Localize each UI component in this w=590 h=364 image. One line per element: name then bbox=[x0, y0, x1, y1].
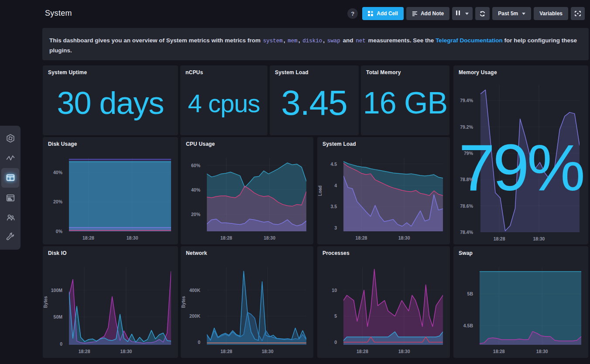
y-tick-label: 0 bbox=[60, 341, 62, 347]
pause-icon bbox=[456, 10, 461, 17]
y-tick-label: 40% bbox=[191, 187, 200, 192]
pulse-graph-icon bbox=[6, 153, 15, 163]
x-axis-ticks: 18:2818:30 bbox=[343, 349, 443, 354]
variables-button[interactable]: Variables bbox=[534, 7, 568, 20]
chevron-down-icon bbox=[465, 13, 469, 15]
sidebar-item-influxdb-logo[interactable] bbox=[0, 128, 21, 148]
add-cell-button[interactable]: Add Cell bbox=[362, 7, 404, 20]
nav-sidebar bbox=[0, 126, 21, 250]
y-tick-label: 10 bbox=[332, 288, 337, 293]
x-tick-label: 18:28 bbox=[82, 235, 94, 240]
influxdb-logo-icon bbox=[6, 134, 15, 143]
note-segment: diskio bbox=[302, 38, 323, 44]
page-title: System bbox=[45, 9, 72, 18]
cell-network: Network Bytes 400K200K0 18:2818:30 bbox=[181, 246, 313, 358]
users-icon bbox=[6, 213, 15, 222]
x-tick-label: 18:28 bbox=[220, 349, 232, 354]
refresh-button[interactable] bbox=[475, 7, 490, 20]
y-axis-ticks: 400K200K0 bbox=[181, 267, 203, 345]
cell-title: nCPUs bbox=[185, 69, 203, 76]
note-segment: system bbox=[262, 38, 284, 44]
cell-title: Disk IO bbox=[48, 250, 67, 256]
add-cell-icon bbox=[368, 11, 374, 17]
dashboard-note: This dashboard gives you an overview of … bbox=[42, 28, 589, 60]
y-tick-label: 60% bbox=[191, 163, 200, 168]
x-tick-label: 18:30 bbox=[533, 236, 545, 241]
x-axis-ticks: 18:2818:30 bbox=[207, 235, 306, 241]
cell-processes: Processes 1050 18:2818:30 bbox=[317, 246, 450, 358]
swap-chart[interactable] bbox=[480, 267, 581, 345]
presentation-mode-button[interactable] bbox=[571, 7, 585, 20]
y-tick-label: 4.5 bbox=[330, 161, 337, 167]
help-button[interactable]: ? bbox=[347, 8, 358, 19]
cell-title: Memory Usage bbox=[459, 69, 497, 76]
cell-disk-io: Disk IO Bytes 100M50M0 18:2818:30 bbox=[43, 246, 178, 358]
disk-usage-chart[interactable] bbox=[69, 158, 171, 231]
x-axis-ticks: 18:2818:30 bbox=[69, 235, 171, 241]
y-axis-ticks: 40%20%0% bbox=[43, 158, 65, 231]
sidebar-item-organization[interactable] bbox=[0, 207, 21, 227]
y-tick-label: 20% bbox=[191, 212, 200, 217]
x-tick-label: 18:28 bbox=[494, 236, 505, 241]
cell-title: System Load bbox=[322, 141, 356, 147]
sidebar-item-tasks[interactable] bbox=[0, 188, 21, 207]
pause-refresh-dropdown[interactable] bbox=[452, 7, 473, 20]
y-tick-label: 5B bbox=[467, 291, 473, 296]
x-tick-label: 18:30 bbox=[536, 349, 548, 354]
network-chart[interactable] bbox=[207, 267, 306, 345]
cell-cpu-usage: CPU Usage 60%40%20% 18:2818:30 bbox=[181, 137, 313, 244]
x-tick-label: 18:30 bbox=[398, 349, 410, 354]
cell-swap: Swap 5B4.5B 18:2818:30 bbox=[453, 246, 588, 358]
y-axis-ticks: 5B4.5B bbox=[453, 267, 476, 345]
x-axis-ticks: 18:2818:30 bbox=[480, 349, 581, 354]
system-load-chart[interactable] bbox=[343, 158, 443, 231]
y-tick-label: 78.8% bbox=[460, 177, 473, 182]
y-axis-ticks: 60%40%20% bbox=[181, 158, 203, 231]
y-tick-label: 4 bbox=[334, 183, 337, 188]
x-tick-label: 18:28 bbox=[79, 349, 90, 354]
processes-chart[interactable] bbox=[343, 267, 443, 345]
y-tick-label: 50M bbox=[54, 314, 62, 319]
note-segment: mem bbox=[287, 38, 298, 44]
time-range-dropdown[interactable]: Past 5m bbox=[492, 7, 531, 20]
y-tick-label: 79.2% bbox=[460, 124, 473, 130]
y-axis-ticks: 100M50M0 bbox=[43, 267, 65, 345]
cell-memory-usage: Memory Usage 79% 79.4%79.2%79%78.8%78.6%… bbox=[453, 65, 588, 244]
chevron-down-icon bbox=[522, 13, 525, 15]
cell-title: Swap bbox=[459, 250, 473, 256]
y-tick-label: 79% bbox=[464, 151, 473, 156]
y-tick-label: 40% bbox=[53, 170, 62, 175]
cell-title: Total Memory bbox=[366, 69, 401, 76]
y-tick-label: 5 bbox=[334, 313, 337, 319]
y-tick-label: 20% bbox=[53, 199, 62, 204]
cpu-usage-chart[interactable] bbox=[207, 158, 306, 231]
cell-disk-usage: Disk Usage 40%20%0% 18:2818:30 bbox=[43, 137, 178, 244]
y-tick-label: 0 bbox=[334, 340, 337, 345]
fullscreen-icon bbox=[575, 11, 581, 16]
x-tick-label: 18:30 bbox=[120, 349, 132, 354]
sidebar-item-data-explorer[interactable] bbox=[0, 148, 21, 168]
note-text: This dashboard gives you an overview of … bbox=[49, 37, 577, 54]
y-tick-label: 0 bbox=[198, 340, 200, 345]
y-tick-label: 78.6% bbox=[460, 203, 473, 209]
x-axis-ticks: 18:2818:30 bbox=[343, 235, 443, 241]
y-tick-label: 78.4% bbox=[460, 230, 473, 235]
add-note-button[interactable]: Add Note bbox=[406, 7, 449, 20]
help-icon: ? bbox=[351, 10, 354, 17]
sidebar-item-dashboards[interactable] bbox=[1, 168, 19, 188]
cell-system-load-stat: System Load 3.45 bbox=[270, 65, 359, 135]
x-axis-ticks: 18:2818:30 bbox=[207, 349, 306, 354]
cell-title: Processes bbox=[322, 250, 350, 256]
cell-system-load-chart: System Load Load 4.543.53 18:2818:30 bbox=[317, 137, 450, 244]
telegraf-docs-link[interactable]: Telegraf Documentation bbox=[436, 37, 503, 44]
y-tick-label: 4.5B bbox=[463, 323, 473, 328]
x-tick-label: 18:30 bbox=[262, 349, 274, 354]
cell-title: CPU Usage bbox=[186, 141, 215, 147]
disk-io-chart[interactable] bbox=[69, 267, 171, 345]
note-segment: measurements. See the bbox=[367, 37, 436, 44]
cell-ncpus: nCPUs 4 cpus bbox=[180, 65, 268, 135]
uptime-value: 30 days bbox=[43, 85, 178, 121]
x-tick-label: 18:30 bbox=[398, 235, 410, 240]
add-note-icon bbox=[412, 11, 418, 16]
sidebar-item-settings[interactable] bbox=[0, 227, 21, 247]
